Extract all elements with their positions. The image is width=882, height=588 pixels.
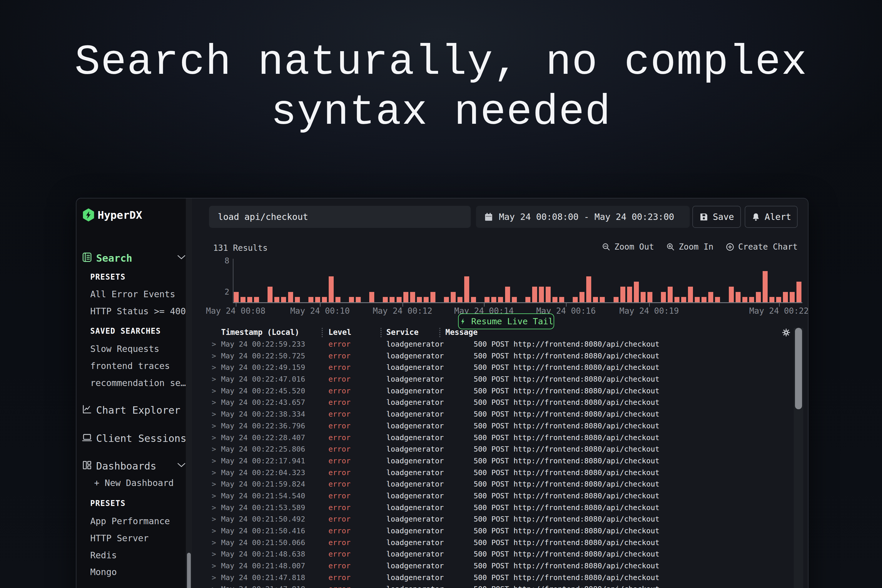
row-expander-chevron[interactable]: > <box>212 492 216 500</box>
row-expander-chevron[interactable]: > <box>212 585 216 588</box>
row-expander-chevron[interactable]: > <box>212 480 216 488</box>
table-row[interactable]: >May 24 00:21:47.818errorloadgenerator50… <box>198 572 792 584</box>
date-range-picker[interactable]: May 24 00:08:00 - May 24 00:23:00 <box>476 206 690 228</box>
row-expander-chevron[interactable]: > <box>212 434 216 442</box>
column-header-timestamp: Timestamp (Local) <box>221 328 299 337</box>
sidebar-scrollbar-thumb[interactable] <box>187 553 191 588</box>
histogram-bars <box>233 261 802 302</box>
table-row[interactable]: >May 24 00:21:50.492errorloadgenerator50… <box>198 514 792 525</box>
table-row[interactable]: >May 24 00:22:28.407errorloadgenerator50… <box>198 432 792 444</box>
histogram-bar <box>687 261 694 302</box>
row-expander-chevron[interactable]: > <box>212 468 216 477</box>
histogram-bar <box>497 261 504 302</box>
row-expander-chevron[interactable]: > <box>212 445 216 453</box>
row-expander-chevron[interactable]: > <box>212 352 216 360</box>
histogram-bar <box>626 261 633 302</box>
histogram-bar <box>735 261 741 302</box>
row-service: loadgenerator <box>386 538 444 547</box>
sidebar-item-dashboards[interactable]: Dashboards <box>76 458 192 475</box>
table-row[interactable]: >May 24 00:22:04.323errorloadgenerator50… <box>198 467 792 479</box>
table-scrollbar-thumb[interactable] <box>795 328 802 409</box>
x-axis-tick-label: May 24 00:19 <box>620 306 679 316</box>
row-expander-chevron[interactable]: > <box>212 410 216 418</box>
histogram-bar <box>362 261 368 302</box>
save-button[interactable]: Save <box>692 206 741 228</box>
row-expander-chevron[interactable]: > <box>212 422 216 430</box>
row-expander-chevron[interactable]: > <box>212 526 216 535</box>
sidebar-item-chart-explorer[interactable]: Chart Explorer <box>76 402 192 419</box>
sidebar-item-client-sessions[interactable]: Client Sessions <box>76 431 192 447</box>
table-row[interactable]: >May 24 00:22:25.806errorloadgenerator50… <box>198 444 792 455</box>
table-row[interactable]: >May 24 00:22:47.016errorloadgenerator50… <box>198 374 792 386</box>
histogram-bar <box>280 261 287 302</box>
table-row[interactable]: >May 24 00:22:17.941errorloadgenerator50… <box>198 455 792 467</box>
row-service: loadgenerator <box>386 422 444 430</box>
histogram-bar <box>477 261 484 302</box>
app-window: HyperDX Search PRESETS All Error Events … <box>76 198 808 588</box>
sidebar-scrollbar[interactable] <box>186 198 192 588</box>
table-row[interactable]: >May 24 00:22:43.657errorloadgenerator50… <box>198 397 792 409</box>
row-expander-chevron[interactable]: > <box>212 538 216 547</box>
sidebar-item-search[interactable]: Search <box>76 250 192 267</box>
table-row[interactable]: >May 24 00:21:59.824errorloadgenerator50… <box>198 478 792 490</box>
table-row[interactable]: >May 24 00:21:50.416errorloadgenerator50… <box>198 525 792 537</box>
row-expander-chevron[interactable]: > <box>212 550 216 558</box>
histogram-bar <box>464 261 470 302</box>
alert-button[interactable]: Alert <box>745 206 798 228</box>
histogram-bar <box>796 261 802 302</box>
table-row[interactable]: >May 24 00:22:45.520errorloadgenerator50… <box>198 386 792 397</box>
row-expander-chevron[interactable]: > <box>212 387 216 395</box>
row-level: error <box>328 457 351 465</box>
create-chart-label: Create Chart <box>738 242 798 252</box>
table-row[interactable]: >May 24 00:22:36.796errorloadgenerator50… <box>198 420 792 432</box>
table-row[interactable]: >May 24 00:21:47.818errorloadgenerator50… <box>198 584 792 588</box>
zoom-in-button[interactable]: Zoom In <box>666 242 714 252</box>
search-input[interactable] <box>209 206 471 228</box>
column-resize-handle[interactable] <box>380 328 382 337</box>
table-row[interactable]: >May 24 00:22:38.334errorloadgenerator50… <box>198 409 792 420</box>
row-message: 500 POST http://frontend:8080/api/checko… <box>474 585 660 588</box>
column-resize-handle[interactable] <box>439 328 440 337</box>
table-row[interactable]: >May 24 00:21:48.007errorloadgenerator50… <box>198 560 792 572</box>
resume-live-tail-button[interactable]: Resume Live Tail <box>458 314 554 329</box>
table-row[interactable]: >May 24 00:21:54.540errorloadgenerator50… <box>198 490 792 502</box>
table-row[interactable]: >May 24 00:21:48.638errorloadgenerator50… <box>198 549 792 560</box>
table-scrollbar[interactable] <box>794 328 803 588</box>
row-expander-chevron[interactable]: > <box>212 398 216 406</box>
sidebar-item-label: Dashboards <box>96 460 156 472</box>
row-message: 500 POST http://frontend:8080/api/checko… <box>474 457 660 465</box>
histogram-bar <box>748 261 755 302</box>
table-row[interactable]: >May 24 00:21:50.066errorloadgenerator50… <box>198 537 792 549</box>
row-expander-chevron[interactable]: > <box>212 363 216 372</box>
brand-name: HyperDX <box>98 209 142 221</box>
histogram-bar <box>253 261 260 302</box>
histogram-bar <box>700 261 707 302</box>
table-row[interactable]: >May 24 00:22:49.159errorloadgenerator50… <box>198 362 792 374</box>
row-message: 500 POST http://frontend:8080/api/checko… <box>474 398 660 406</box>
column-resize-handle[interactable] <box>322 328 323 337</box>
log-table-header: Timestamp (Local) Level Service Message <box>198 328 808 338</box>
table-row[interactable]: >May 24 00:22:50.725errorloadgenerator50… <box>198 351 792 362</box>
row-timestamp: May 24 00:21:54.540 <box>221 492 305 500</box>
row-expander-chevron[interactable]: > <box>212 457 216 465</box>
row-service: loadgenerator <box>386 526 444 535</box>
row-service: loadgenerator <box>386 585 444 588</box>
row-level: error <box>328 538 351 547</box>
row-expander-chevron[interactable]: > <box>212 561 216 570</box>
zoom-out-button[interactable]: Zoom Out <box>602 242 654 252</box>
row-service: loadgenerator <box>386 480 444 488</box>
row-expander-chevron[interactable]: > <box>212 340 216 348</box>
row-timestamp: May 24 00:22:28.407 <box>221 434 305 442</box>
row-expander-chevron[interactable]: > <box>212 503 216 512</box>
histogram-bar <box>599 261 606 302</box>
table-settings-gear-icon[interactable] <box>782 328 790 337</box>
row-message: 500 POST http://frontend:8080/api/checko… <box>474 526 660 535</box>
row-expander-chevron[interactable]: > <box>212 573 216 582</box>
row-expander-chevron[interactable]: > <box>212 375 216 383</box>
histogram-bar <box>789 261 796 302</box>
table-row[interactable]: >May 24 00:22:59.233errorloadgenerator50… <box>198 339 792 351</box>
row-expander-chevron[interactable]: > <box>212 515 216 524</box>
table-row[interactable]: >May 24 00:21:53.589errorloadgenerator50… <box>198 502 792 514</box>
row-level: error <box>328 352 351 360</box>
create-chart-button[interactable]: Create Chart <box>725 242 798 252</box>
